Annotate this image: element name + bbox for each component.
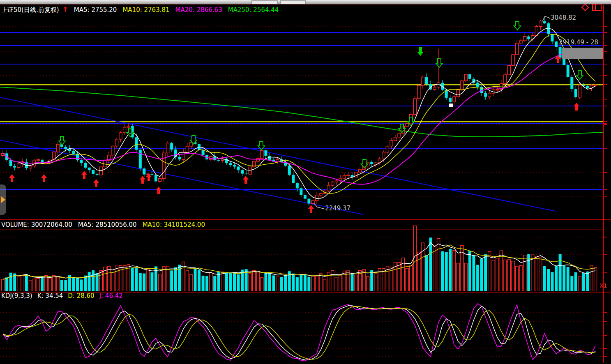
ma10-value: MA10: 2763.81 [122, 6, 169, 14]
buy-signal-arrow [81, 171, 87, 179]
pane-corner-icons [581, 3, 602, 12]
sell-signal-arrow [59, 136, 65, 145]
annotation-level-2919: 2919.49 - 28 [559, 39, 598, 46]
annotation-low-2249: 2249.37 [325, 205, 350, 212]
buy-signal-arrow [156, 187, 161, 194]
volume-ma5-value: MA5: 28510056.00 [78, 221, 137, 228]
buy-signal-arrow [140, 176, 145, 184]
buy-signal-arrow [243, 176, 249, 184]
left-scroll-tab[interactable] [0, 184, 6, 215]
chart-canvas [0, 0, 611, 364]
crosshair-tooltip-box [562, 48, 603, 59]
kdj-d-value: D: 28.60 [68, 292, 94, 299]
volume-value: VOLUME: 30072064.00 [1, 221, 72, 228]
kdj-k-value: K: 34.54 [37, 292, 63, 299]
ma250-value: MA250: 2564.44 [228, 6, 279, 14]
split-window-icon[interactable] [592, 3, 602, 12]
sell-signal-arrow [436, 59, 443, 67]
diamond-icon[interactable] [581, 3, 589, 12]
main-pane-header: 上证50(日线.前复权)↑MA5: 2755.20MA10: 2763.81MA… [1, 5, 284, 14]
up-arrow-icon: ↑ [62, 5, 68, 14]
buy-signal-arrow [9, 174, 15, 182]
page-title: 上证50(日线.前复权) [1, 6, 59, 14]
sell-signal-arrow [576, 71, 583, 79]
annotation-high-3048: 3048.82 [551, 14, 576, 21]
kdj-pane-header: KDJ(9,3,3)K: 34.54D: 28.60J: 46.42 [1, 292, 128, 299]
axis-scale-label[interactable]: X1 [599, 282, 607, 289]
volume-pane-header: VOLUME: 30072064.00MA5: 28510056.00MA10:… [1, 221, 211, 228]
buy-signal-arrow [93, 179, 99, 187]
position-marker-square [449, 104, 453, 107]
ma20-value: MA20: 2866.63 [175, 6, 222, 14]
buy-signal-arrow [308, 205, 314, 213]
expand-right-icon [1, 196, 5, 203]
ma5-value: MA5: 2755.20 [74, 6, 117, 14]
kdj-j-value: J: 46.42 [99, 292, 123, 299]
sell-signal-arrow [514, 21, 521, 30]
trading-terminal-window: 上证50(日线.前复权)↑MA5: 2755.20MA10: 2763.81MA… [0, 0, 611, 364]
buy-signal-arrow [574, 103, 579, 111]
kdj-indicator-label: KDJ(9,3,3) [1, 292, 32, 299]
buy-signal-arrow [41, 174, 47, 182]
volume-ma10-value: MA10: 34101524.00 [143, 221, 205, 228]
volume-bars [2, 226, 597, 291]
